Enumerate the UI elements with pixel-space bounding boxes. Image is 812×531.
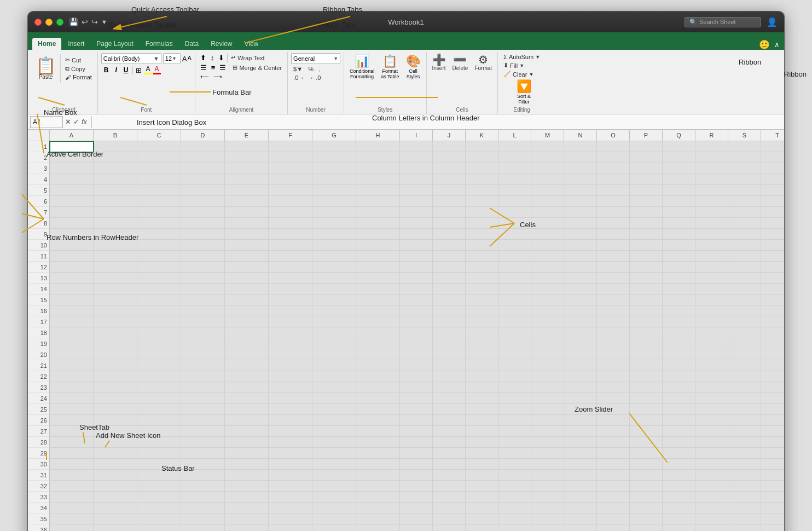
cell[interactable] [728, 404, 761, 415]
cell[interactable] [761, 218, 784, 229]
cell[interactable] [531, 448, 564, 459]
cell[interactable] [728, 459, 761, 470]
cell[interactable] [94, 152, 137, 163]
cell[interactable] [181, 229, 225, 240]
cell[interactable] [137, 284, 181, 295]
row-number[interactable]: 36 [28, 524, 50, 531]
cell[interactable] [312, 284, 356, 295]
cell[interactable] [94, 415, 137, 426]
font-name-dropdown[interactable]: ▼ [153, 55, 159, 62]
cell[interactable] [498, 327, 531, 338]
cell[interactable] [137, 327, 181, 338]
cell[interactable] [356, 240, 400, 251]
col-header-j[interactable]: J [433, 130, 466, 141]
cell[interactable] [400, 513, 433, 524]
cell[interactable] [564, 229, 597, 240]
cell[interactable] [50, 470, 94, 481]
cell[interactable] [728, 284, 761, 295]
cell[interactable] [433, 141, 466, 152]
cell[interactable] [498, 393, 531, 404]
currency-button[interactable]: $▼ [291, 65, 305, 73]
cell[interactable] [564, 360, 597, 371]
cell[interactable] [433, 393, 466, 404]
cell[interactable] [433, 229, 466, 240]
tab-review[interactable]: Review [205, 38, 237, 50]
cell[interactable] [94, 459, 137, 470]
cell[interactable] [597, 218, 630, 229]
cell[interactable] [663, 295, 695, 305]
cell[interactable] [94, 316, 137, 327]
cell[interactable] [761, 262, 784, 273]
cell[interactable] [564, 459, 597, 470]
cell[interactable] [137, 240, 181, 251]
cell[interactable] [531, 196, 564, 207]
cell[interactable] [663, 492, 695, 503]
cell[interactable] [433, 316, 466, 327]
cell[interactable] [695, 503, 728, 513]
cell[interactable] [531, 185, 564, 196]
cell[interactable] [695, 459, 728, 470]
cell[interactable] [564, 141, 597, 152]
cell[interactable] [269, 338, 312, 349]
cell[interactable] [498, 284, 531, 295]
cell[interactable] [312, 382, 356, 393]
cell[interactable] [466, 163, 498, 174]
cell[interactable] [761, 393, 784, 404]
cell[interactable] [225, 207, 269, 218]
cell[interactable] [466, 426, 498, 437]
cell[interactable] [356, 513, 400, 524]
cell[interactable] [531, 305, 564, 316]
cell[interactable] [356, 404, 400, 415]
cell[interactable] [564, 437, 597, 448]
cell[interactable] [356, 382, 400, 393]
cell[interactable] [695, 174, 728, 185]
cell[interactable] [695, 338, 728, 349]
cell[interactable] [312, 152, 356, 163]
cell[interactable] [663, 513, 695, 524]
cell[interactable] [564, 349, 597, 360]
cell[interactable] [356, 327, 400, 338]
cell[interactable] [50, 371, 94, 382]
cell[interactable] [728, 426, 761, 437]
insert-function-icon[interactable]: fx [82, 118, 87, 126]
cell[interactable] [181, 338, 225, 349]
cell[interactable] [564, 524, 597, 531]
cell[interactable] [225, 185, 269, 196]
cell[interactable] [137, 524, 181, 531]
cell[interactable] [137, 481, 181, 492]
cell[interactable] [498, 448, 531, 459]
cell[interactable] [498, 262, 531, 273]
cell[interactable] [761, 503, 784, 513]
cell[interactable] [137, 470, 181, 481]
cell[interactable] [181, 524, 225, 531]
cell[interactable] [531, 174, 564, 185]
cell[interactable] [50, 262, 94, 273]
cell[interactable] [728, 481, 761, 492]
comma-button[interactable]: , [317, 65, 323, 73]
cell[interactable] [695, 316, 728, 327]
cell[interactable] [94, 349, 137, 360]
cell[interactable] [498, 141, 531, 152]
col-header-s[interactable]: S [728, 130, 761, 141]
cell[interactable] [663, 207, 695, 218]
cell[interactable] [50, 338, 94, 349]
cell[interactable] [400, 404, 433, 415]
cell[interactable] [269, 196, 312, 207]
cell[interactable] [50, 152, 94, 163]
cell[interactable] [498, 338, 531, 349]
cell[interactable] [400, 393, 433, 404]
cell[interactable] [695, 305, 728, 316]
cell[interactable] [225, 513, 269, 524]
cell[interactable] [695, 481, 728, 492]
cell[interactable] [269, 492, 312, 503]
cell[interactable] [94, 262, 137, 273]
cell[interactable] [225, 481, 269, 492]
col-header-r[interactable]: R [695, 130, 728, 141]
cell[interactable] [728, 163, 761, 174]
cell[interactable] [312, 426, 356, 437]
cell[interactable] [225, 240, 269, 251]
cell[interactable] [181, 240, 225, 251]
borders-button[interactable]: ⊞ [134, 66, 143, 75]
cell[interactable] [564, 273, 597, 284]
cell[interactable] [181, 185, 225, 196]
